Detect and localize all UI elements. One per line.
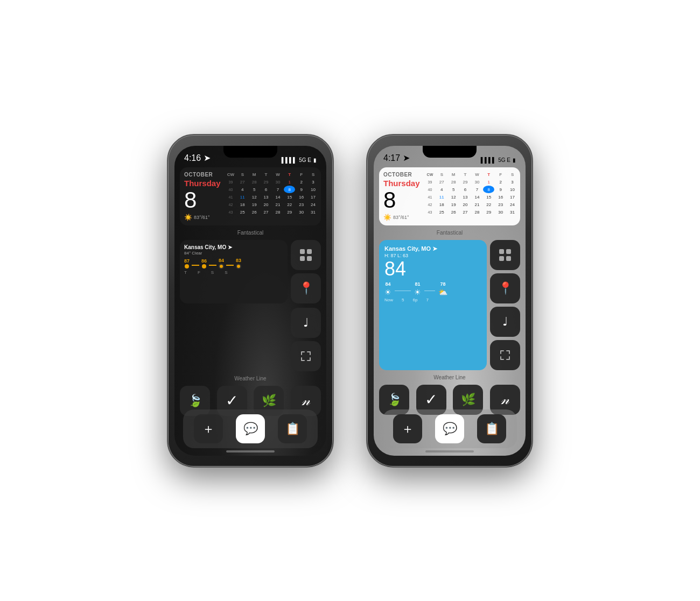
- network-type: 5G E: [299, 157, 311, 163]
- calendar-widget-light[interactable]: OCTOBER Thursday 8 ☀️ 83°/61° CW S M: [379, 167, 520, 225]
- weather-widget-expanded-light[interactable]: Kansas City, MO ➤ H: 87 L: 63 84 84 ☀ 81…: [379, 240, 487, 370]
- cal-month-dark: OCTOBER: [184, 172, 221, 178]
- weather-row-dark: Kansas City, MO ➤ 84° Clear 87 86: [180, 240, 321, 303]
- day-10: 10: [307, 186, 319, 193]
- day-27: 27: [237, 178, 248, 186]
- day-29b: 29: [284, 208, 295, 216]
- app-icon-maps[interactable]: 📍: [291, 273, 321, 303]
- cal-week-40: 40 4 5 6 7 8 9 10: [225, 186, 319, 193]
- calendar-widget-dark[interactable]: OCTOBER Thursday 8 ☀️ 83°/61° CW S M: [180, 167, 321, 225]
- svg-rect-4: [499, 249, 504, 254]
- day-11: 11: [237, 193, 248, 201]
- day-26: 26: [249, 208, 260, 216]
- cal-week-39-light: 39 27 28 29 30 1 2 3: [424, 178, 518, 186]
- weather-widget-dark[interactable]: Kansas City, MO ➤ 84° Clear 87 86: [180, 240, 288, 303]
- day-29-light: 29: [460, 178, 471, 186]
- cal-header-s2-light: S: [507, 171, 518, 178]
- power-button-light[interactable]: [532, 200, 533, 232]
- notch: [223, 146, 277, 158]
- day-17: 17: [307, 193, 319, 201]
- cal-header-t1-light: T: [460, 171, 471, 178]
- day-21: 21: [272, 201, 284, 208]
- cw-39-light: 39: [424, 178, 436, 186]
- dock-messages-dark[interactable]: 💬: [236, 414, 265, 443]
- dock-add-light[interactable]: ＋: [393, 414, 422, 443]
- cal-week-43-light: 43 25 26 27 28 29 30 31: [424, 208, 518, 216]
- home-indicator-dark: [226, 450, 275, 452]
- day-4-light: 4: [436, 186, 447, 193]
- day-28: 28: [249, 178, 260, 186]
- volume-up-button[interactable]: [167, 183, 168, 200]
- dock-messages-light[interactable]: 💬: [435, 414, 464, 443]
- cw-42-light: 42: [424, 201, 436, 208]
- fantastical-label-dark: Fantastical: [180, 230, 321, 236]
- signal-icon: ▌▌▌▌: [282, 157, 297, 163]
- status-icons: ▌▌▌▌ 5G E ▮: [282, 157, 317, 163]
- day-30b-light: 30: [495, 208, 506, 216]
- cal-day-name-light: Thursday: [383, 179, 420, 188]
- day-22: 22: [284, 201, 295, 208]
- iphone-light: 4:17 ➤ ▌▌▌▌ 5G E ▮ OCTOBER Thursday 8 ☀️…: [366, 134, 533, 468]
- wwe-city: Kansas City, MO ➤: [384, 245, 481, 252]
- app-icon-grid[interactable]: [291, 240, 321, 270]
- wwe-temp-2: 81: [415, 281, 420, 287]
- icon-row-dark: ♩: [180, 308, 321, 371]
- app-icon-maps-light[interactable]: 📍: [490, 273, 520, 303]
- day-14: 14: [272, 193, 284, 201]
- weather-temp-dark: 83°/61°: [194, 215, 210, 220]
- cw-40: 40: [225, 186, 236, 193]
- cal-week-41-light: 41 11 12 13 14 15 16 17: [424, 193, 518, 201]
- day-29: 29: [261, 178, 272, 186]
- day-29b-light: 29: [483, 208, 494, 216]
- day-19: 19: [249, 201, 260, 208]
- cal-weather-light: ☀️ 83°/61°: [383, 214, 420, 221]
- home-indicator-light: [425, 450, 474, 452]
- wwe-col-3: 78 ⛅: [438, 281, 447, 296]
- dock-notes-light[interactable]: 📋: [477, 414, 506, 443]
- cw-39: 39: [225, 178, 236, 186]
- cal-header-row: CW S M T W T F S: [225, 171, 319, 178]
- power-button[interactable]: [333, 200, 334, 232]
- svg-rect-1: [307, 249, 312, 254]
- silent-switch-light[interactable]: [366, 237, 367, 264]
- cal-header-t2: T: [284, 171, 295, 178]
- wwe-hl: H: 87 L: 63: [384, 253, 481, 258]
- day-31-light: 31: [507, 208, 518, 216]
- status-time-light: 4:17 ➤: [383, 153, 410, 163]
- day-27b-light: 27: [460, 208, 471, 216]
- silent-switch[interactable]: [167, 237, 168, 264]
- app-icon-music[interactable]: ♩: [291, 308, 321, 338]
- cal-day-num-light: 8: [383, 189, 420, 211]
- svg-rect-6: [499, 256, 504, 261]
- battery-icon: ▮: [313, 157, 317, 163]
- day-30b: 30: [296, 208, 307, 216]
- dock-notes-dark[interactable]: 📋: [278, 414, 307, 443]
- cw-40-light: 40: [424, 186, 436, 193]
- day-5: 5: [249, 186, 260, 193]
- volume-up-button-light[interactable]: [366, 183, 367, 200]
- weather-line-label-light: Weather Line: [379, 374, 520, 380]
- day-5-light: 5: [448, 186, 459, 193]
- volume-down-button-light[interactable]: [366, 205, 367, 232]
- app-icon-music-light[interactable]: ♩: [490, 307, 520, 337]
- day-1: 1: [284, 178, 295, 186]
- app-icon-fullscreen[interactable]: [291, 341, 321, 371]
- day-3-light: 3: [507, 178, 518, 186]
- day-20-light: 20: [460, 201, 471, 208]
- notch-light: [423, 146, 477, 158]
- cal-week-39: 39 27 28 29 30 1 2 3: [225, 178, 319, 186]
- cal-day-name-dark: Thursday: [184, 179, 221, 188]
- day-25-light: 25: [436, 208, 447, 216]
- day-14-light: 14: [472, 193, 483, 201]
- app-icon-fullscreen-light[interactable]: [490, 340, 520, 370]
- volume-down-button[interactable]: [167, 205, 168, 232]
- cw-41: 41: [225, 193, 236, 201]
- cal-header-s1-light: S: [436, 171, 447, 178]
- wwe-icon-3: ⛅: [438, 288, 447, 296]
- day-11-light: 11: [436, 193, 447, 201]
- dock-light: ＋ 💬 📋: [382, 409, 517, 448]
- dock-add-dark[interactable]: ＋: [194, 414, 223, 443]
- cw-43: 43: [225, 208, 236, 216]
- app-icon-grid-light[interactable]: [490, 240, 520, 270]
- day-28b: 28: [272, 208, 284, 216]
